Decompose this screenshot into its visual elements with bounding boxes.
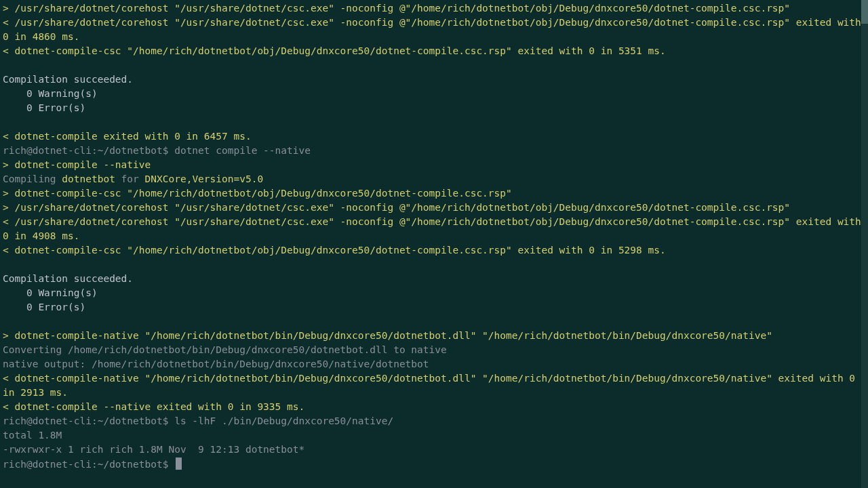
terminal-line: 0 Error(s)	[3, 300, 865, 314]
terminal-line: Compilation succeeded.	[3, 272, 865, 286]
scrollbar-thumb[interactable]	[861, 0, 868, 24]
terminal-line: 0 Error(s)	[3, 101, 865, 115]
prompt-line: rich@dotnet-cli:~/dotnetbot$ dotnet comp…	[3, 144, 865, 158]
command-text: dotnet compile --native	[174, 145, 311, 156]
terminal-line: < /usr/share/dotnet/corehost "/usr/share…	[3, 215, 865, 243]
terminal-line: < dotnet-compile-csc "/home/rich/dotnetb…	[3, 243, 865, 258]
terminal-line: > /usr/share/dotnet/corehost "/usr/share…	[3, 201, 865, 215]
terminal-line: native output: /home/rich/dotnetbot/bin/…	[3, 357, 865, 371]
shell-prompt: rich@dotnet-cli:~/dotnetbot$	[3, 145, 174, 156]
command-text: ls -lhF ./bin/Debug/dnxcore50/native/	[174, 415, 393, 426]
terminal-line: Converting /home/rich/dotnetbot/bin/Debu…	[3, 343, 865, 357]
terminal-line	[3, 58, 865, 73]
terminal-line: > dotnet-compile-csc "/home/rich/dotnetb…	[3, 186, 865, 201]
cursor	[176, 458, 182, 470]
terminal-line: 0 Warning(s)	[3, 87, 865, 101]
terminal-line: < dotnet-compile-native "/home/rich/dotn…	[3, 371, 865, 400]
terminal-line: Compilation succeeded.	[3, 73, 865, 87]
terminal-line	[3, 258, 865, 272]
terminal-line	[3, 314, 865, 329]
terminal-line: < /usr/share/dotnet/corehost "/usr/share…	[3, 16, 865, 44]
terminal-line: > dotnet-compile-native "/home/rich/dotn…	[3, 329, 865, 343]
shell-prompt: rich@dotnet-cli:~/dotnetbot$	[3, 459, 174, 470]
scrollbar-track[interactable]	[861, 0, 868, 488]
terminal-line: > /usr/share/dotnet/corehost "/usr/share…	[3, 1, 865, 16]
terminal-line: > dotnet-compile --native	[3, 158, 865, 172]
compiling-line: Compiling dotnetbot for DNXCore,Version=…	[3, 172, 865, 186]
terminal-line	[3, 115, 865, 129]
terminal-line: 0 Warning(s)	[3, 286, 865, 300]
shell-prompt: rich@dotnet-cli:~/dotnetbot$	[3, 415, 174, 426]
terminal-line: < dotnet-compile --native exited with 0 …	[3, 400, 865, 414]
terminal-line: -rwxrwxr-x 1 rich rich 1.8M Nov 9 12:13 …	[3, 443, 865, 457]
terminal-line: < dotnet-compile exited with 0 in 6457 m…	[3, 129, 865, 144]
terminal-line: < dotnet-compile-csc "/home/rich/dotnetb…	[3, 44, 865, 58]
prompt-line: rich@dotnet-cli:~/dotnetbot$ ls -lhF ./b…	[3, 414, 865, 428]
prompt-line[interactable]: rich@dotnet-cli:~/dotnetbot$	[3, 458, 865, 472]
terminal-output[interactable]: > /usr/share/dotnet/corehost "/usr/share…	[3, 0, 865, 472]
terminal-line: total 1.8M	[3, 428, 865, 443]
